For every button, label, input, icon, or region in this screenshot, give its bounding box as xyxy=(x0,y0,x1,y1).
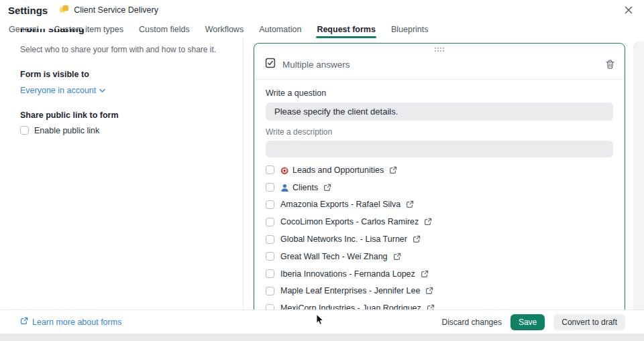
question-label: Write a question xyxy=(266,88,613,98)
save-button[interactable]: Save xyxy=(511,314,545,330)
option-checkbox[interactable] xyxy=(266,218,274,226)
space-name: Client Service Delivery xyxy=(74,5,158,15)
option-checkbox[interactable] xyxy=(266,252,274,261)
external-link-icon xyxy=(20,317,28,327)
option-row: MexiCorp Industries - Juan Rodriguez xyxy=(266,299,613,310)
learn-more-link[interactable]: Learn more about forms xyxy=(20,317,121,327)
option-row: Amazonia Exports - Rafael Silva xyxy=(266,196,613,214)
tab-blueprints[interactable]: Blueprints xyxy=(390,21,429,38)
option-checkbox[interactable] xyxy=(266,269,274,278)
sharing-panel: Select who to share your form with and h… xyxy=(0,38,244,310)
branch-arrow-icon[interactable] xyxy=(323,184,331,192)
option-checkbox[interactable] xyxy=(266,304,274,310)
close-icon[interactable] xyxy=(623,4,635,16)
option-row: Clients xyxy=(266,179,613,196)
visibility-value: Everyone in account xyxy=(20,86,96,95)
branch-arrow-icon[interactable] xyxy=(393,253,401,261)
page-title: Settings xyxy=(8,5,48,16)
settings-window: Settings Client Service Delivery General… xyxy=(0,0,644,341)
branch-arrow-icon[interactable] xyxy=(425,287,433,295)
enable-public-link-label: Enable public link xyxy=(34,126,99,135)
person-icon xyxy=(280,183,289,192)
multiple-answers-icon xyxy=(265,58,276,71)
scrollbar-track[interactable] xyxy=(633,42,644,310)
trash-icon[interactable] xyxy=(606,60,614,69)
branch-arrow-icon[interactable] xyxy=(427,304,435,310)
question-input[interactable]: Please specify the client details. xyxy=(266,103,613,121)
branch-arrow-icon[interactable] xyxy=(424,218,432,226)
branch-arrow-icon[interactable] xyxy=(413,235,421,243)
convert-to-draft-button[interactable]: Convert to draft xyxy=(553,314,625,330)
option-checkbox[interactable] xyxy=(266,287,274,295)
learn-more-label: Learn more about forms xyxy=(32,318,121,327)
target-icon xyxy=(280,165,289,174)
option-row: CocoLimon Exports - Carlos Ramirez xyxy=(266,213,613,230)
form-editor-area: Multiple answers xyxy=(244,38,644,310)
footer-bar: Learn more about forms Discard changes S… xyxy=(0,310,644,334)
question-card: Multiple answers xyxy=(254,43,625,310)
public-link-heading: Share public link to form xyxy=(20,111,224,120)
question-card-header: Multiple answers xyxy=(254,54,625,74)
card-divider xyxy=(254,79,625,80)
sharing-heading-clipped: Form sharing xyxy=(20,29,168,36)
window-bottom-edge xyxy=(0,334,644,341)
option-row: Iberia Innovations - Fernanda Lopez xyxy=(266,265,613,283)
option-row: Global Networks Inc. - Lisa Turner xyxy=(266,230,613,248)
drag-dots-icon[interactable] xyxy=(254,46,625,54)
option-checkbox[interactable] xyxy=(266,235,274,244)
branch-arrow-icon[interactable] xyxy=(406,200,414,208)
enable-public-link-row: Enable public link xyxy=(20,126,224,135)
option-checkbox[interactable] xyxy=(266,200,274,209)
footer-actions: Discard changes Save Convert to draft xyxy=(442,314,625,330)
content-area: Select who to share your form with and h… xyxy=(0,38,644,310)
space-chip: Client Service Delivery xyxy=(59,4,158,17)
option-row: Great Wall Tech - Wei Zhang xyxy=(266,248,613,265)
options-list: Leads and Opportunities xyxy=(266,161,613,310)
branch-arrow-icon[interactable] xyxy=(389,166,397,174)
option-checkbox[interactable] xyxy=(266,165,274,174)
option-row: Maple Leaf Enterprises - Jennifer Lee xyxy=(266,283,613,300)
chevron-down-icon xyxy=(99,86,105,95)
question-card-body: Write a question Please specify the clie… xyxy=(254,88,625,310)
branch-arrow-icon[interactable] xyxy=(421,270,429,278)
description-input[interactable] xyxy=(266,141,613,157)
visibility-dropdown[interactable]: Everyone in account xyxy=(20,86,105,95)
tab-automation[interactable]: Automation xyxy=(258,21,302,38)
enable-public-link-checkbox[interactable] xyxy=(20,126,29,135)
title-bar: Settings Client Service Delivery xyxy=(0,0,644,20)
sharing-intro: Select who to share your form with and h… xyxy=(20,45,224,56)
question-type-label: Multiple answers xyxy=(282,60,350,70)
description-label: Write a description xyxy=(266,127,613,137)
visibility-label: Form is visible to xyxy=(20,70,224,79)
discard-changes-button[interactable]: Discard changes xyxy=(442,318,502,327)
tab-request-forms[interactable]: Request forms xyxy=(316,21,376,38)
tab-workflows[interactable]: Workflows xyxy=(205,21,244,38)
option-row: Leads and Opportunities xyxy=(266,161,613,179)
option-checkbox[interactable] xyxy=(266,183,274,192)
space-icon xyxy=(59,4,69,17)
